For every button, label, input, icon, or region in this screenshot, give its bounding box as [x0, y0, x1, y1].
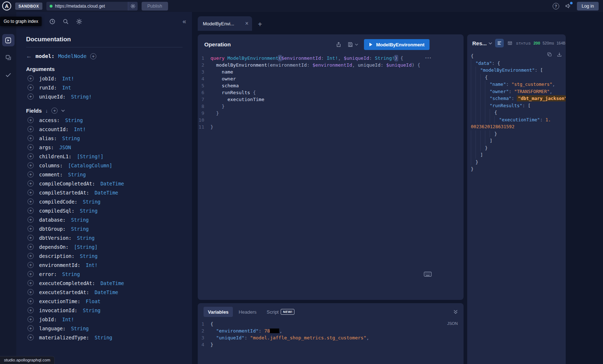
checklist-button[interactable] — [2, 69, 14, 81]
chevron-down-icon[interactable] — [61, 109, 65, 112]
add-field-icon[interactable]: + — [28, 144, 34, 150]
code-line[interactable]: 3 "uniqueId": "model.jaffle_shop_metrics… — [198, 334, 464, 341]
field-type[interactable]: DateTime — [100, 280, 124, 286]
doc-field-row[interactable]: +compiledSql: String — [26, 206, 183, 215]
code-line[interactable]: 5 schema — [198, 82, 464, 89]
add-field-icon[interactable]: + — [28, 84, 34, 91]
add-field-icon[interactable]: + — [28, 280, 34, 286]
doc-field-row[interactable]: +invocationId: String — [26, 306, 183, 315]
tree-view-button[interactable] — [495, 39, 504, 47]
add-field-icon[interactable]: + — [28, 208, 34, 214]
field-type[interactable]: String — [83, 307, 101, 313]
doc-field-row[interactable]: +uniqueId: String! — [26, 92, 183, 101]
code-line[interactable]: 7 executionTime — [198, 96, 464, 103]
field-type[interactable]: JSON — [59, 145, 71, 150]
code-line[interactable]: 1query ModelByEnvironment($environmentId… — [198, 55, 464, 62]
collapse-variables-button[interactable] — [453, 310, 458, 314]
collapse-panel-button[interactable]: « — [183, 18, 186, 25]
endpoint-url[interactable]: https://metadata.cloud.get — [55, 4, 128, 9]
publish-button[interactable]: Publish — [142, 2, 168, 11]
add-field-icon[interactable]: + — [28, 153, 34, 159]
add-field-icon[interactable]: + — [28, 162, 34, 168]
add-field-icon[interactable]: + — [28, 75, 34, 81]
add-field-icon[interactable]: + — [28, 244, 34, 250]
doc-field-row[interactable]: +executeCompletedAt: DateTime — [26, 279, 183, 288]
field-type[interactable]: DateTime — [95, 190, 118, 196]
code-line[interactable]: 1{ — [198, 321, 464, 327]
apollo-logo[interactable]: A — [2, 1, 11, 11]
editor-menu-icon[interactable]: ··· — [425, 55, 432, 61]
code-line[interactable]: 4 owner — [198, 75, 464, 82]
doc-field-row[interactable]: +args: JSON — [26, 143, 183, 152]
share-button[interactable] — [336, 42, 342, 47]
back-arrow-icon[interactable]: ← — [26, 53, 32, 59]
collections-button[interactable] — [2, 51, 14, 64]
code-line[interactable]: 6 runResults { — [198, 89, 464, 96]
code-line[interactable]: 4} — [198, 341, 464, 348]
doc-field-row[interactable]: +materializedType: String — [26, 333, 183, 342]
add-field-icon[interactable]: + — [28, 253, 34, 259]
code-line[interactable]: 2 modelByEnvironment(environmentId: $env… — [198, 62, 464, 68]
tab-operation[interactable]: ModelByEnvi... × — [198, 16, 252, 31]
copy-response-button[interactable] — [547, 52, 552, 57]
code-line[interactable]: 2 "environmentId": 78, — [198, 327, 464, 334]
tab-headers[interactable]: Headers — [234, 307, 261, 317]
doc-field-row[interactable]: +jobId: Int! — [26, 74, 183, 83]
new-tab-button[interactable]: + — [258, 21, 262, 28]
field-type[interactable]: [CatalogColumn] — [68, 163, 112, 168]
response-dropdown-button[interactable] — [489, 42, 492, 45]
keyboard-shortcuts-icon[interactable] — [424, 272, 432, 277]
add-field-icon[interactable]: + — [28, 325, 34, 331]
field-type[interactable]: Int! — [74, 126, 86, 132]
doc-field-row[interactable]: +language: String — [26, 324, 183, 333]
doc-field-row[interactable]: +childrenL1: [String!] — [26, 152, 183, 161]
field-type[interactable]: Int! — [62, 76, 74, 81]
add-field-icon[interactable]: + — [28, 289, 34, 295]
add-field-icon[interactable]: + — [28, 126, 34, 132]
add-field-icon[interactable]: + — [28, 262, 34, 268]
doc-field-row[interactable]: +compiledCode: String — [26, 197, 183, 206]
doc-field-row[interactable]: +dbtVersion: String — [26, 233, 183, 242]
add-field-icon[interactable]: + — [28, 217, 34, 223]
endpoint-settings-button[interactable] — [128, 2, 138, 11]
code-line[interactable]: 3 name — [198, 68, 464, 75]
doc-field-row[interactable]: +dbtGroup: String — [26, 224, 183, 233]
field-type[interactable]: Int! — [86, 262, 98, 268]
table-view-button[interactable] — [506, 39, 514, 47]
doc-field-row[interactable]: +alias: String — [26, 134, 183, 143]
field-type[interactable]: String — [71, 217, 89, 223]
doc-field-row[interactable]: +dependsOn: [String] — [26, 242, 183, 251]
add-field-icon[interactable]: + — [28, 334, 34, 340]
field-type[interactable]: String — [71, 326, 89, 331]
code-line[interactable]: 8 } — [198, 103, 464, 110]
add-field-icon[interactable]: + — [28, 93, 34, 100]
field-type[interactable]: String — [77, 235, 95, 241]
endpoint-input[interactable]: https://metadata.cloud.get — [46, 2, 138, 11]
doc-field-row[interactable]: +runId: Int — [26, 83, 183, 92]
add-field-icon[interactable]: + — [28, 316, 34, 322]
add-type-button[interactable]: + — [90, 53, 96, 59]
add-all-fields-button[interactable]: + — [51, 108, 58, 114]
add-field-icon[interactable]: + — [28, 117, 34, 123]
field-type[interactable]: [String] — [74, 244, 97, 250]
add-field-icon[interactable]: + — [28, 298, 34, 304]
add-field-icon[interactable]: + — [28, 271, 34, 277]
doc-field-row[interactable]: +access: String — [26, 116, 183, 125]
field-type[interactable]: String — [62, 271, 80, 277]
variables-editor[interactable]: JSON 1{2 "environmentId": 78,3 "uniqueId… — [198, 319, 464, 364]
doc-field-row[interactable]: +comment: String — [26, 170, 183, 179]
doc-field-row[interactable]: +executeStartedAt: DateTime — [26, 288, 183, 297]
tab-variables[interactable]: Variables — [204, 307, 233, 317]
field-type[interactable]: DateTime — [100, 181, 124, 187]
add-field-icon[interactable]: + — [28, 235, 34, 241]
field-type[interactable]: String — [62, 135, 80, 141]
run-operation-button[interactable]: ModelByEnvironment — [364, 39, 430, 50]
doc-field-row[interactable]: +database: String — [26, 215, 183, 224]
add-field-icon[interactable]: + — [28, 189, 34, 196]
add-field-icon[interactable]: + — [28, 226, 34, 232]
field-type[interactable]: String — [80, 253, 98, 259]
breadcrumb-type[interactable]: ModelNode — [58, 53, 87, 59]
doc-field-row[interactable]: +accountId: Int! — [26, 125, 183, 134]
code-line[interactable]: 9 } — [198, 110, 464, 117]
login-button[interactable]: Log in — [577, 2, 599, 11]
